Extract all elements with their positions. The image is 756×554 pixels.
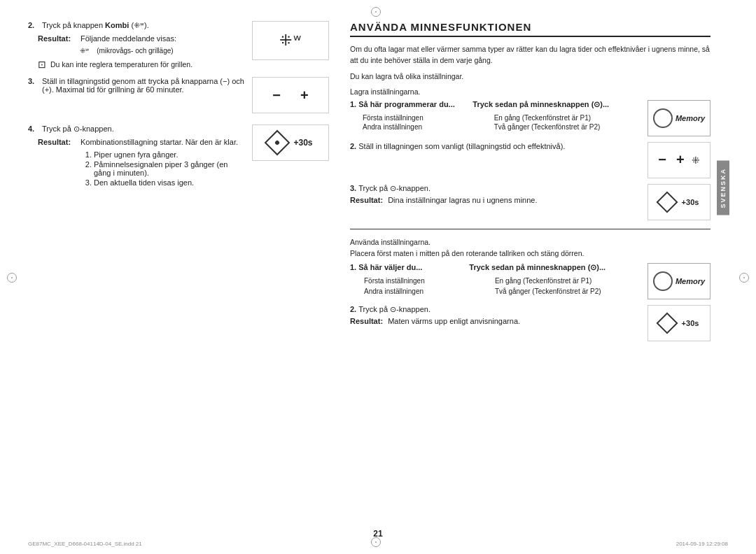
anvanda-step2-content: 2. Tryck på ⊙-knappen. Resultat: Maten v… [350, 305, 642, 325]
step-1-num: 1. [350, 100, 358, 108]
lagra-step2-text: Ställ in tillagningen som vanligt (tilla… [358, 142, 565, 150]
intro-2: Du kan lagra två olika inställningar. [350, 72, 710, 80]
anvanda-step2-text: Tryck på ⊙-knappen. [358, 305, 430, 313]
first-setting-val: En gång (Teckenfönstret är P1) [491, 113, 652, 122]
step-3-num: 3. [28, 77, 38, 85]
timer-diagram-right-2: +30s [648, 305, 710, 341]
anvanda-second-val: Två gånger (Teckenfönstret är P2) [492, 287, 650, 296]
plus30s-right: +30s [682, 198, 699, 206]
timer-diamond-right-2 [656, 312, 678, 334]
lagra-step1: 1. Så här programmerar du... Tryck sedan… [350, 100, 710, 136]
step-2-block: ⁜ʷ 2. Tryck på knappen Kombi (⁜ʷ). Resul… [28, 21, 329, 70]
section-divider [350, 229, 710, 229]
anvanda-heading: Använda inställningarna. [350, 238, 710, 246]
side-tab-svenska: SVENSKA [717, 161, 729, 215]
anvanda-step1-row: 1. Så här väljer du... Tryck sedan på mi… [350, 263, 642, 272]
right-column: ANVÄNDA MINNESFUNKTIONEN Om du ofta laga… [350, 21, 728, 525]
memory-btn-2: Memory [648, 263, 710, 299]
plusminus-diagram: − + [252, 77, 329, 113]
anvanda-result-text: Maten värms upp enligt anvisningarna. [388, 317, 520, 325]
lagra-result3-text: Dina inställningar lagras nu i ugnens mi… [388, 196, 537, 204]
lagra-step3-num: 3. [350, 184, 358, 192]
step-4-text: Tryck på ⊙-knappen. [42, 125, 114, 134]
plus30s-text: +30s [293, 138, 312, 148]
footer-right: 2014-09-19 12:29:08 [676, 541, 728, 547]
lagra-result3-label: Resultat: [350, 196, 383, 204]
result-4-row: Resultat: Kombinationstillagning startar… [38, 138, 245, 146]
result-2-row: Resultat: Följande meddelande visas: [38, 34, 245, 43]
grill-icon: ⊡ [38, 59, 46, 70]
footer-left: GE87MC_XEE_D668-04114D-04_SE.indd 21 [28, 541, 142, 547]
result-symbol: ⁜ʷ [80, 47, 94, 55]
step-4-block: +30s 4. Tryck på ⊙-knappen. Resultat: Ko… [28, 125, 329, 188]
minus-btn: − [272, 88, 281, 102]
table-row-second: Andra inställningen Två gånger (Teckenfö… [360, 122, 652, 132]
anvanda-first-label: Första inställningen [361, 276, 491, 285]
timer-diagram-right: +30s [648, 184, 710, 220]
timer-diamond [265, 130, 290, 156]
memory-text-2: Memory [676, 277, 705, 285]
combi-right: ⁜ [692, 155, 700, 166]
minus-right: − [658, 152, 666, 168]
lagra-heading: Lagra inställningarna. [350, 87, 710, 96]
combi-diagram: ⁜ʷ [252, 21, 329, 60]
intro-1: Om du ofta lagar mat eller värmer samma … [350, 44, 710, 66]
lagra-step1-content: 1. Så här programmerar du... Tryck sedan… [350, 100, 642, 136]
lagra-step2: 2. Ställ in tillagningen som vanligt (ti… [350, 142, 710, 178]
lagra-step1-text: Så här programmerar du... Tryck sedan på… [358, 100, 609, 108]
combi-symbol: ⁜ʷ [279, 31, 302, 50]
step-4-num: 4. [28, 125, 38, 133]
anvanda-row-second: Andra inställningen Två gånger (Teckenfö… [361, 287, 650, 296]
lagra-step3-text: Tryck på ⊙-knappen. [358, 184, 430, 192]
memory-circle-1 [653, 108, 673, 128]
memory-inner-2: Memory [653, 271, 705, 291]
result-4-item-2: Påminnelsesignalen piper 3 gånger (en gå… [94, 160, 329, 177]
result-4-label: Resultat: [38, 138, 76, 146]
anvanda-step2-num: 2. [350, 305, 358, 313]
step-4-row: 4. Tryck på ⊙-knappen. [28, 125, 245, 134]
anvanda-step2: 2. Tryck på ⊙-knappen. Resultat: Maten v… [350, 305, 710, 341]
step-3-row: 3. Ställ in tillagningstid genom att try… [28, 77, 245, 94]
plusminus-diagram-right: − + ⁜ [648, 142, 710, 178]
memory-circle-2 [653, 271, 673, 291]
memory-inner-1: Memory [653, 108, 705, 128]
lagra-step1-row: 1. Så här programmerar du... Tryck sedan… [350, 100, 642, 109]
lagra-step2-content: 2. Ställ in tillagningen som vanligt (ti… [350, 142, 642, 150]
timer-diagram: +30s [252, 125, 329, 161]
anvanda-step1-content: 1. Så här väljer du... Tryck sedan på mi… [350, 263, 642, 299]
plus30s-right-2: +30s [682, 319, 699, 327]
anvanda-result: Resultat: Maten värms upp enligt anvisni… [350, 317, 642, 325]
second-setting-val: Två gånger (Teckenfönstret är P2) [491, 122, 652, 132]
result-4-item-3: Den aktuella tiden visas igen. [94, 178, 329, 187]
step-3-block: − + 3. Ställ in tillagningstid genom att… [28, 77, 329, 118]
anvanda-step1-text: Så här väljer du... Tryck sedan på minne… [358, 263, 606, 271]
page-number: 21 [373, 529, 382, 539]
memory-btn-1: Memory [648, 100, 710, 136]
step-3-text: Ställ in tillagningstid genom att trycka… [42, 77, 245, 94]
lagra-settings-table: Första inställningen En gång (Teckenföns… [360, 113, 652, 132]
lagra-step3: 3. Tryck på ⊙-knappen. Resultat: Dina in… [350, 184, 710, 220]
step-2-text: Tryck på knappen Kombi (⁜ʷ). [42, 21, 149, 30]
section-heading: ANVÄNDA MINNESFUNKTIONEN [350, 21, 710, 37]
result-2-label: Resultat: [38, 34, 76, 43]
step-2-row: 2. Tryck på knappen Kombi (⁜ʷ). [28, 21, 245, 30]
plus-btn: + [300, 88, 309, 102]
timer-diamond-right [656, 191, 678, 213]
lagra-result3: Resultat: Dina inställningar lagras nu i… [350, 196, 642, 204]
anvanda-first-val: En gång (Teckenfönstret är P1) [492, 276, 650, 285]
result-2-text: Följande meddelande visas: [80, 34, 176, 43]
grill-note: ⊡ Du kan inte reglera temperaturen för g… [28, 59, 245, 70]
result-symbol-desc: (mikrovågs- och grilläge) [97, 47, 173, 55]
memory-text-1: Memory [676, 114, 705, 122]
step-2-num: 2. [28, 21, 38, 29]
anvanda-settings-table: Första inställningen En gång (Teckenföns… [360, 275, 652, 297]
table-row-first: Första inställningen En gång (Teckenföns… [360, 113, 652, 122]
plus-right: + [676, 152, 685, 168]
anvanda-step1: 1. Så här väljer du... Tryck sedan på mi… [350, 263, 710, 299]
first-setting-label: Första inställningen [360, 113, 491, 122]
second-setting-label: Andra inställningen [360, 122, 491, 132]
lagra-step3-content: 3. Tryck på ⊙-knappen. Resultat: Dina in… [350, 184, 642, 204]
left-column: ⁜ʷ 2. Tryck på knappen Kombi (⁜ʷ). Resul… [28, 21, 329, 525]
anvanda-second-label: Andra inställningen [361, 287, 491, 296]
result-4-text: Kombinationstillagning startar. När den … [80, 138, 238, 146]
